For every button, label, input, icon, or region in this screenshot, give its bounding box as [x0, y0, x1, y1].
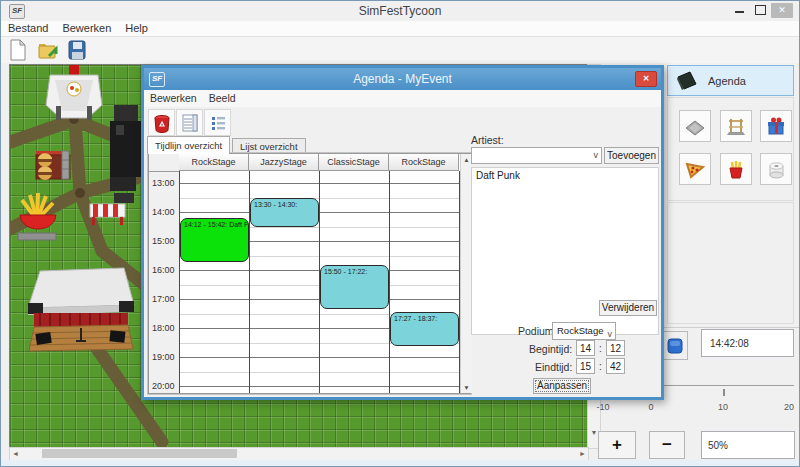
start-hour-field[interactable]: 14 — [576, 340, 595, 356]
road-junction — [75, 188, 85, 198]
stage-column-headers: RockStageJazzyStageClassicStageRockStage — [179, 154, 460, 171]
map-horizontal-scrollbar[interactable]: ◄ ► — [9, 447, 589, 461]
list-view-button[interactable] — [204, 109, 231, 136]
timeline-grid: 13:0014:0015:0016:0017:0018:0019:0020:00… — [148, 153, 471, 394]
new-file-button[interactable] — [6, 38, 30, 62]
column-gridline — [389, 171, 390, 393]
dialog-close-button[interactable]: ✕ — [635, 71, 657, 87]
zoom-in-button[interactable]: + — [598, 431, 636, 459]
slider-tick-label: 10 — [718, 402, 728, 412]
main-stage[interactable] — [28, 268, 134, 351]
agenda-dialog: SF Agenda - MyEvent ✕ BewerkenBeeld Tijd… — [141, 65, 664, 400]
apply-button[interactable]: Aanpassen — [533, 378, 591, 394]
items-panel — [667, 97, 794, 201]
end-minute-field[interactable]: 42 — [606, 358, 625, 374]
remove-artist-button[interactable]: Verwijderen — [599, 300, 657, 316]
hour-label: 15:00 — [152, 236, 175, 246]
hour-label: 13:00 — [152, 178, 175, 188]
open-folder-icon — [36, 38, 60, 62]
speed-button[interactable] — [662, 331, 688, 360]
menu-help[interactable]: Help — [118, 21, 155, 35]
toilet-paper-icon — [765, 158, 787, 180]
column-gridline — [179, 171, 180, 393]
info-panel — [667, 202, 794, 324]
stage-icon — [725, 115, 747, 137]
hour-label: 16:00 — [152, 265, 175, 275]
end-hour-field[interactable]: 15 — [576, 358, 595, 374]
scroll-down-icon[interactable]: ▼ — [461, 384, 472, 391]
gift-icon — [765, 115, 787, 137]
podium-combo-value: RockStage — [557, 325, 603, 336]
save-button[interactable] — [65, 38, 89, 62]
tab-timeline-overview[interactable]: Tijdlijn overzicht — [147, 136, 230, 154]
road-icon — [684, 115, 706, 137]
gift-item-button[interactable] — [760, 110, 792, 142]
timeline-event[interactable]: 17:27 - 18:37: — [390, 312, 459, 346]
open-file-button[interactable] — [36, 38, 60, 62]
time-gutter: 13:0014:0015:0016:0017:0018:0019:0020:00 — [149, 154, 179, 393]
agenda-button-label: Agenda — [708, 75, 746, 87]
timeline-event[interactable]: 15:50 - 17:22: — [320, 265, 389, 309]
stage-column-header: RockStage — [179, 154, 249, 171]
trash-icon — [152, 113, 172, 133]
window-titlebar: SF SimFestTycoon ✕ — [1, 1, 799, 21]
artist-combo[interactable]: v — [471, 147, 602, 164]
timeline-event[interactable]: 14:12 - 15:42: Daft P — [180, 218, 249, 262]
timeline-view-icon — [180, 113, 200, 133]
dialog-menu-bewerken[interactable]: Bewerken — [144, 90, 203, 106]
window-bottom-edge — [1, 460, 799, 467]
scroll-right-icon[interactable]: ► — [579, 450, 586, 457]
dialog-title: Agenda - MyEvent — [144, 72, 661, 86]
scroll-left-icon[interactable]: ◄ — [12, 450, 19, 457]
menu-bestand[interactable]: Bestand — [1, 21, 55, 35]
save-icon — [65, 38, 89, 62]
dialog-titlebar[interactable]: SF Agenda - MyEvent ✕ — [144, 68, 661, 90]
timeline-rows[interactable]: 14:12 - 15:42: Daft P13:30 - 14:30:15:50… — [179, 171, 460, 393]
stage-item-button[interactable] — [720, 110, 752, 142]
artist-list-item[interactable]: Daft Punk — [472, 168, 658, 183]
zoom-out-button[interactable]: − — [649, 431, 685, 459]
start-minute-field[interactable]: 12 — [606, 340, 625, 356]
menu-bewerken[interactable]: Bewerken — [55, 21, 118, 35]
entrance-tent[interactable] — [46, 75, 102, 120]
hour-label: 20:00 — [152, 381, 175, 391]
main-menubar: BestandBewerkenHelp — [1, 21, 799, 37]
end-time-label: Eindtijd: — [535, 361, 572, 373]
hour-label: 17:00 — [152, 294, 175, 304]
road-item-button[interactable] — [679, 110, 711, 142]
toilet-paper-item-button[interactable] — [760, 153, 792, 185]
dialog-toolbar — [144, 107, 661, 137]
hour-label: 18:00 — [152, 323, 175, 333]
podium-combo[interactable]: RockStage v — [552, 322, 616, 340]
burger-stand[interactable] — [36, 151, 70, 180]
agenda-book-icon — [676, 71, 698, 91]
slider-thumb[interactable] — [723, 389, 725, 396]
dialog-menu-beeld[interactable]: Beeld — [203, 90, 242, 106]
timeline-event[interactable]: 13:30 - 14:30: — [250, 198, 319, 227]
scrollbar-thumb[interactable] — [42, 449, 237, 458]
maximize-button[interactable] — [755, 5, 766, 15]
stage-column-header: RockStage — [389, 154, 459, 171]
slider-tick-label: 20 — [784, 402, 794, 412]
pizza-item-button[interactable] — [679, 153, 711, 185]
agenda-button[interactable]: Agenda — [667, 65, 794, 96]
slider-tick-label: 0 — [648, 402, 653, 412]
slider-tick-label: -10 — [596, 402, 609, 412]
game-clock: 14:42:08 — [701, 329, 794, 357]
zoom-level-field[interactable]: 50% — [701, 431, 795, 459]
list-view-icon — [208, 113, 228, 133]
delete-event-button[interactable] — [148, 109, 175, 136]
fries-stand[interactable] — [18, 193, 56, 240]
hour-label: 14:00 — [152, 207, 175, 217]
minimize-button[interactable] — [735, 11, 744, 13]
add-artist-button[interactable]: Toevoegen — [604, 147, 659, 164]
scaffold-stage[interactable] — [110, 105, 142, 203]
time-separator: : — [599, 343, 602, 354]
fries-item-button[interactable] — [720, 153, 752, 185]
timeline-view-button[interactable] — [176, 109, 203, 136]
artist-label: Artiest: — [471, 134, 504, 146]
podium-label: Podium: — [518, 325, 557, 337]
fries-icon — [725, 158, 747, 180]
pizza-icon — [684, 158, 706, 180]
close-button[interactable]: ✕ — [771, 3, 793, 18]
